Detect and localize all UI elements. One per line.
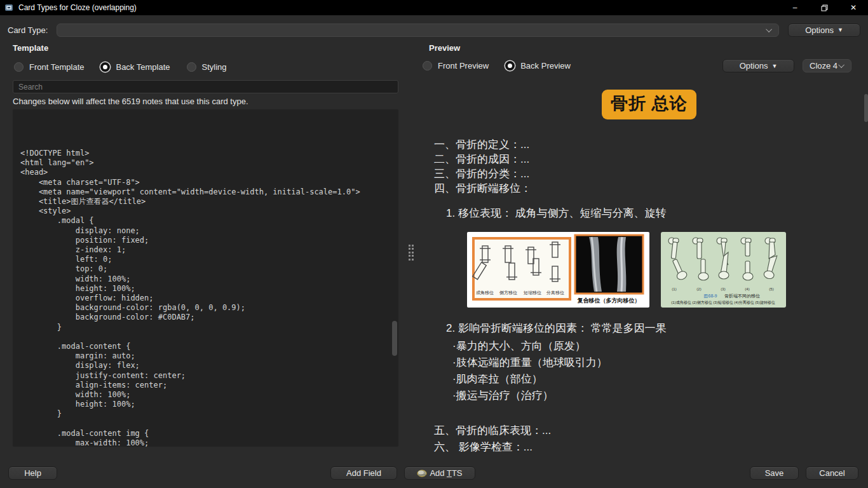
cancel-button[interactable]: Cancel <box>806 466 858 480</box>
tts-speaker-icon <box>417 469 427 477</box>
options-button-label: Options <box>740 61 768 71</box>
radio-back-template-label: Back Template <box>116 62 170 72</box>
figure-number-caption: 图68-9 <box>703 294 717 299</box>
cloze-selector[interactable]: Cloze 4 <box>803 59 851 72</box>
bone-number: (4) <box>745 287 749 291</box>
card-type-bar: Card Type: Options ▼ <box>0 18 868 42</box>
displacement-diagram-figure: 成角移位 侧方移位 短缩移位 分离移位 复合移位（多方向移位） <box>467 232 649 308</box>
radio-selected-icon <box>505 61 515 71</box>
chevron-down-icon <box>766 26 772 32</box>
template-radio-group: Front Template Back Template Styling <box>14 62 227 72</box>
figure-title-caption: 骨折端不同的移位 <box>724 294 760 299</box>
close-icon: ✕ <box>850 3 857 12</box>
dropdown-arrow-icon: ▼ <box>771 63 777 69</box>
radio-selected-icon <box>100 62 110 72</box>
card-type-label: Card Type: <box>8 25 48 35</box>
radio-back-preview-label: Back Preview <box>520 61 571 71</box>
help-button[interactable]: Help <box>8 466 57 480</box>
card-title-badge: 骨折 总论 <box>602 90 696 119</box>
save-button-label: Save <box>765 468 784 478</box>
diagram-label: 成角移位 <box>476 290 494 295</box>
radio-front-template-label: Front Template <box>29 62 84 72</box>
maximize-button[interactable] <box>810 0 839 15</box>
bullet-item: ·肢体远端的重量（地球吸引力） <box>452 355 607 370</box>
preview-card: 骨折 总论 一、骨折的定义：... 二、骨折的成因：... 三、骨折的分类：..… <box>416 76 868 466</box>
preview-radio-group: Front Preview Back Preview <box>423 61 571 71</box>
bone-displacement-panel: (1) (2) (3) (4) (5) 图68-9 骨折端不同的移位 (1)成角… <box>661 232 786 308</box>
bullet-item: ·搬运与治疗（治疗） <box>452 388 553 403</box>
template-heading: Template <box>13 43 48 53</box>
bone-number: (5) <box>769 287 773 291</box>
diagram-label: 侧方移位 <box>499 290 517 295</box>
diagram-label: 短缩移位 <box>524 290 541 295</box>
outline-item: 六、 影像学检查：... <box>434 440 532 454</box>
radio-styling-label: Styling <box>202 62 227 72</box>
radio-front-preview-label: Front Preview <box>438 61 489 71</box>
add-field-button[interactable]: Add Field <box>330 466 397 480</box>
bone-number: (3) <box>721 287 725 291</box>
minimize-button[interactable]: – <box>780 0 810 15</box>
close-button[interactable]: ✕ <box>839 0 868 15</box>
outline-subitem: 2. 影响骨折断端移位的因素： 常常是多因一果 <box>446 321 667 336</box>
minimize-icon: – <box>793 3 797 12</box>
add-tts-button[interactable]: Add TTS <box>404 466 475 480</box>
help-button-label: Help <box>24 468 41 478</box>
bone-number: (2) <box>696 287 701 291</box>
code-content[interactable]: <!DOCTYPE html> <html lang="en"> <head> … <box>13 109 398 447</box>
figure-items-caption: (1)成角移位 (2)侧方移位 (3)短缩移位 (4)分离移位 (5)旋转移位 <box>671 300 775 305</box>
card-type-combobox[interactable] <box>57 24 779 37</box>
outline-item: 二、骨折的成因：... <box>434 152 531 166</box>
radio-styling[interactable]: Styling <box>187 62 227 72</box>
bullet-item: ·暴力的大小、方向（原发） <box>452 339 586 353</box>
add-tts-button-label: Add TTS <box>430 468 462 478</box>
xray-caption: 复合移位（多方向移位） <box>577 297 641 304</box>
radio-circle-icon <box>14 62 24 72</box>
radio-back-template[interactable]: Back Template <box>100 62 170 72</box>
chevron-down-icon <box>838 62 844 68</box>
preview-options-button[interactable]: Options ▼ <box>722 59 794 72</box>
xray-image <box>575 235 643 294</box>
radio-circle-icon <box>187 62 196 72</box>
editor-scrollbar-thumb[interactable] <box>392 321 397 356</box>
outline-item: 三、骨折的分类：... <box>434 166 531 181</box>
template-code-editor[interactable]: <!DOCTYPE html> <html lang="en"> <head> … <box>13 109 398 447</box>
displacement-diagram-panel: 成角移位 侧方移位 短缩移位 分离移位 复合移位（多方向移位） <box>467 232 649 308</box>
add-field-button-label: Add Field <box>346 468 381 478</box>
bullet-item: ·肌肉牵拉（部位） <box>452 372 543 386</box>
options-button-label: Options <box>805 25 834 35</box>
radio-circle-icon <box>423 61 432 71</box>
outline-item: 四、骨折断端移位： <box>434 181 531 196</box>
window-title: Card Types for Cloze (overlapping) <box>18 3 137 12</box>
outline-item: 五、骨折的临床表现：... <box>434 423 551 438</box>
notes-affected-message: Changes below will affect the 6519 notes… <box>13 97 248 106</box>
dropdown-arrow-icon: ▼ <box>837 27 843 33</box>
radio-front-preview[interactable]: Front Preview <box>423 61 489 71</box>
card-outline: 一、骨折的定义：... 二、骨折的成因：... 三、骨折的分类：... 四、骨折… <box>434 137 531 196</box>
cloze-selector-value: Cloze 4 <box>810 61 837 71</box>
diagram-label: 分离移位 <box>546 290 564 295</box>
bone-displacement-figure: (1) (2) (3) (4) (5) 图68-9 骨折端不同的移位 (1)成角… <box>661 232 786 308</box>
bone-number: (1) <box>672 287 676 291</box>
card-type-options-button[interactable]: Options ▼ <box>788 24 860 37</box>
outline-subitem: 1. 移位表现： 成角与侧方、短缩与分离、旋转 <box>446 206 667 220</box>
cancel-button-label: Cancel <box>819 468 844 478</box>
pane-splitter-handle[interactable] <box>407 243 415 261</box>
radio-back-preview[interactable]: Back Preview <box>505 61 571 71</box>
outline-item: 一、骨折的定义：... <box>434 137 531 152</box>
figure-row: 成角移位 侧方移位 短缩移位 分离移位 复合移位（多方向移位） <box>416 232 868 308</box>
search-input[interactable] <box>13 80 398 93</box>
restore-icon <box>821 4 828 11</box>
save-button[interactable]: Save <box>750 466 799 480</box>
app-icon <box>4 3 13 12</box>
radio-front-template[interactable]: Front Template <box>14 62 84 72</box>
window-scrollbar-thumb[interactable] <box>864 94 868 122</box>
titlebar: Card Types for Cloze (overlapping) – ✕ <box>0 0 868 15</box>
preview-heading: Preview <box>429 43 460 53</box>
